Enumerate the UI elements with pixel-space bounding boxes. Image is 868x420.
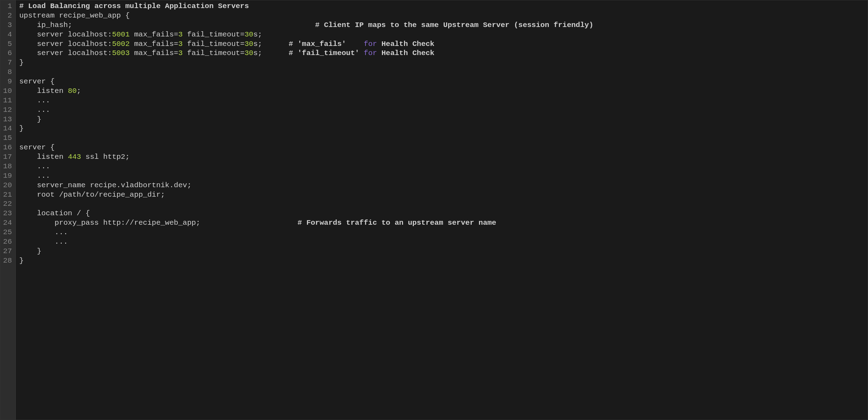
code-token: server localhost: bbox=[19, 40, 112, 48]
code-token: max_fails= bbox=[130, 49, 178, 57]
code-token: listen bbox=[19, 153, 68, 161]
line-number: 20 bbox=[2, 181, 12, 190]
code-token: ... bbox=[19, 162, 50, 170]
code-token: 3 bbox=[178, 31, 183, 39]
line-number: 13 bbox=[2, 115, 12, 124]
code-line: server localhost:5003 max_fails=3 fail_t… bbox=[19, 49, 868, 58]
code-token: } bbox=[19, 247, 41, 255]
code-token: s; bbox=[253, 49, 289, 57]
code-line: server_name recipe.vladbortnik.dev; bbox=[19, 181, 868, 190]
line-number: 14 bbox=[2, 124, 12, 134]
code-token: root /path/to/recipe_app_dir; bbox=[19, 191, 165, 199]
code-token: 3 bbox=[178, 40, 183, 48]
line-number-gutter: 1234567891011121314151617181920212223242… bbox=[0, 0, 16, 420]
code-token: location / { bbox=[19, 209, 90, 217]
line-number: 10 bbox=[2, 87, 12, 96]
code-line: upstream recipe_web_app { bbox=[19, 11, 868, 21]
code-token: ; bbox=[77, 87, 81, 95]
code-line bbox=[19, 199, 868, 209]
line-number: 16 bbox=[2, 143, 12, 153]
code-token: 30 bbox=[245, 49, 253, 57]
code-line: } bbox=[19, 58, 868, 68]
code-token: for bbox=[364, 40, 377, 48]
code-token: fail_timeout= bbox=[183, 31, 244, 39]
line-number: 18 bbox=[2, 162, 12, 171]
code-token: ip_hash; bbox=[19, 21, 315, 29]
code-line: ... bbox=[19, 171, 868, 181]
code-line: } bbox=[19, 247, 868, 256]
code-token: } bbox=[19, 59, 24, 67]
code-line: ... bbox=[19, 96, 868, 106]
code-token: } bbox=[19, 124, 24, 133]
code-token: Health Check bbox=[377, 40, 435, 48]
line-number: 11 bbox=[2, 96, 12, 106]
code-line bbox=[19, 68, 868, 77]
code-token: 3 bbox=[178, 49, 183, 57]
line-number: 8 bbox=[2, 68, 12, 77]
code-line: ... bbox=[19, 106, 868, 115]
line-number: 9 bbox=[2, 77, 12, 87]
line-number: 15 bbox=[2, 134, 12, 143]
code-token: # 'fail_timeout' bbox=[289, 49, 364, 57]
line-number: 17 bbox=[2, 153, 12, 162]
code-line: server localhost:5001 max_fails=3 fail_t… bbox=[19, 30, 868, 40]
code-line: server { bbox=[19, 143, 868, 153]
code-token: ... bbox=[19, 106, 50, 114]
code-token: server { bbox=[19, 143, 55, 151]
code-token: ... bbox=[19, 228, 68, 236]
code-token: } bbox=[19, 115, 41, 123]
line-number: 25 bbox=[2, 228, 12, 237]
code-line bbox=[19, 134, 868, 143]
line-number: 24 bbox=[2, 218, 12, 228]
code-area[interactable]: # Load Balancing across multiple Applica… bbox=[16, 0, 868, 420]
line-number: 7 bbox=[2, 58, 12, 68]
code-token: 443 bbox=[68, 153, 81, 161]
code-token: server_name recipe.vladbortnik.dev; bbox=[19, 181, 191, 189]
line-number: 28 bbox=[2, 256, 12, 266]
line-number: 4 bbox=[2, 30, 12, 40]
line-number: 26 bbox=[2, 237, 12, 247]
line-number: 27 bbox=[2, 247, 12, 256]
code-token: # Load Balancing across multiple Applica… bbox=[19, 2, 249, 10]
code-line: location / { bbox=[19, 209, 868, 218]
code-line: server localhost:5002 max_fails=3 fail_t… bbox=[19, 40, 868, 49]
code-line: listen 443 ssl http2; bbox=[19, 153, 868, 162]
code-token: } bbox=[19, 257, 24, 265]
line-number: 3 bbox=[2, 21, 12, 30]
code-token: ... bbox=[19, 238, 68, 246]
code-token: fail_timeout= bbox=[183, 40, 244, 48]
code-line: } bbox=[19, 115, 868, 124]
code-line: listen 80; bbox=[19, 87, 868, 96]
code-line: } bbox=[19, 124, 868, 134]
code-token: 80 bbox=[68, 87, 77, 95]
code-token: ... bbox=[19, 96, 50, 104]
code-token: listen bbox=[19, 87, 68, 95]
line-number: 6 bbox=[2, 49, 12, 58]
line-number: 12 bbox=[2, 106, 12, 115]
line-number: 1 bbox=[2, 2, 12, 11]
code-line: root /path/to/recipe_app_dir; bbox=[19, 190, 868, 200]
code-token: max_fails= bbox=[130, 40, 178, 48]
line-number: 21 bbox=[2, 190, 12, 200]
code-token: Health Check bbox=[377, 49, 435, 57]
code-line: ... bbox=[19, 237, 868, 247]
code-line: proxy_pass http://recipe_web_app; # Forw… bbox=[19, 218, 868, 228]
code-line: # Load Balancing across multiple Applica… bbox=[19, 2, 868, 11]
code-editor: 1234567891011121314151617181920212223242… bbox=[0, 0, 868, 420]
code-token: 5002 bbox=[112, 40, 130, 48]
code-line: ip_hash; # Client IP maps to the same Up… bbox=[19, 21, 868, 30]
line-number: 22 bbox=[2, 199, 12, 209]
code-token: server localhost: bbox=[19, 31, 112, 39]
line-number: 5 bbox=[2, 40, 12, 49]
code-line: } bbox=[19, 256, 868, 266]
code-token: # Client IP maps to the same Upstream Se… bbox=[315, 21, 593, 29]
code-token: for bbox=[364, 49, 377, 57]
code-token: 30 bbox=[245, 31, 253, 39]
code-token: 5003 bbox=[112, 49, 130, 57]
code-line: server { bbox=[19, 77, 868, 87]
code-token: server { bbox=[19, 77, 55, 86]
line-number: 19 bbox=[2, 171, 12, 181]
code-token: 5001 bbox=[112, 31, 130, 39]
code-token: max_fails= bbox=[130, 31, 178, 39]
code-token: # Forwards traffic to an upstream server… bbox=[298, 219, 496, 227]
